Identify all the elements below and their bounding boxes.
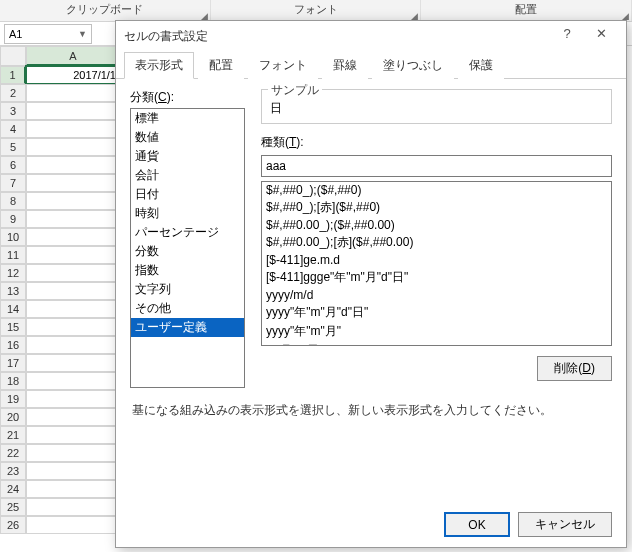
tab-1[interactable]: 配置 <box>198 52 244 79</box>
grid-row: 13 <box>0 282 120 300</box>
type-item[interactable]: [$-411]ge.m.d <box>262 252 611 268</box>
cell[interactable] <box>26 390 120 408</box>
category-item[interactable]: 日付 <box>131 185 244 204</box>
tab-4[interactable]: 塗りつぶし <box>372 52 454 79</box>
category-item[interactable]: 文字列 <box>131 280 244 299</box>
cancel-button[interactable]: キャンセル <box>518 512 612 537</box>
type-item[interactable]: $#,##0_);($#,##0) <box>262 182 611 198</box>
type-listbox[interactable]: $#,##0_);($#,##0)$#,##0_);[赤]($#,##0)$#,… <box>261 181 612 346</box>
grid-row: 17 <box>0 354 120 372</box>
type-item[interactable]: $#,##0.00_);($#,##0.00) <box>262 217 611 233</box>
ok-button[interactable]: OK <box>444 512 510 537</box>
row-header[interactable]: 10 <box>0 228 26 246</box>
chevron-down-icon[interactable]: ▼ <box>78 29 87 39</box>
category-item[interactable]: 時刻 <box>131 204 244 223</box>
row-header[interactable]: 5 <box>0 138 26 156</box>
row-header[interactable]: 6 <box>0 156 26 174</box>
row-header[interactable]: 15 <box>0 318 26 336</box>
row-header[interactable]: 25 <box>0 498 26 516</box>
cell[interactable] <box>26 102 120 120</box>
cell[interactable]: 2017/1/1 <box>26 66 120 84</box>
type-item[interactable]: [$-411]ggge"年"m"月"d"日" <box>262 268 611 287</box>
row-header[interactable]: 2 <box>0 84 26 102</box>
type-item[interactable]: m"月"d"日" <box>262 341 611 346</box>
row-header[interactable]: 7 <box>0 174 26 192</box>
cell[interactable] <box>26 480 120 498</box>
row-header[interactable]: 18 <box>0 372 26 390</box>
close-button[interactable]: ✕ <box>584 24 618 48</box>
category-item[interactable]: 通貨 <box>131 147 244 166</box>
tab-5[interactable]: 保護 <box>458 52 504 79</box>
name-box[interactable]: A1 ▼ <box>4 24 92 44</box>
cell[interactable] <box>26 210 120 228</box>
cell[interactable] <box>26 336 120 354</box>
category-item[interactable]: 指数 <box>131 261 244 280</box>
type-item[interactable]: yyyy"年"m"月" <box>262 322 611 341</box>
row-header[interactable]: 8 <box>0 192 26 210</box>
cell[interactable] <box>26 462 120 480</box>
row-header[interactable]: 21 <box>0 426 26 444</box>
delete-button[interactable]: 削除(D) <box>537 356 612 381</box>
column-header-row: A <box>0 46 120 66</box>
type-input[interactable] <box>261 155 612 177</box>
cell[interactable] <box>26 84 120 102</box>
cell[interactable] <box>26 372 120 390</box>
grid-row: 22 <box>0 444 120 462</box>
type-item[interactable]: $#,##0.00_);[赤]($#,##0.00) <box>262 233 611 252</box>
type-item[interactable]: yyyy/m/d <box>262 287 611 303</box>
row-header[interactable]: 12 <box>0 264 26 282</box>
category-item[interactable]: その他 <box>131 299 244 318</box>
select-all-corner[interactable] <box>0 46 26 66</box>
cell[interactable] <box>26 354 120 372</box>
type-item[interactable]: yyyy"年"m"月"d"日" <box>262 303 611 322</box>
cell[interactable] <box>26 300 120 318</box>
row-header[interactable]: 24 <box>0 480 26 498</box>
row-header[interactable]: 9 <box>0 210 26 228</box>
row-header[interactable]: 13 <box>0 282 26 300</box>
category-item[interactable]: ユーザー定義 <box>131 318 244 337</box>
category-item[interactable]: 会計 <box>131 166 244 185</box>
cell[interactable] <box>26 192 120 210</box>
row-header[interactable]: 23 <box>0 462 26 480</box>
row-header[interactable]: 17 <box>0 354 26 372</box>
row-header[interactable]: 22 <box>0 444 26 462</box>
cell[interactable] <box>26 516 120 534</box>
cell[interactable] <box>26 156 120 174</box>
cell[interactable] <box>26 408 120 426</box>
cell[interactable] <box>26 426 120 444</box>
row-header[interactable]: 26 <box>0 516 26 534</box>
row-header[interactable]: 4 <box>0 120 26 138</box>
category-item[interactable]: 分数 <box>131 242 244 261</box>
cell[interactable] <box>26 282 120 300</box>
row-header[interactable]: 16 <box>0 336 26 354</box>
ribbon-group-label: クリップボード <box>66 3 143 15</box>
category-listbox[interactable]: 標準数値通貨会計日付時刻パーセンテージ分数指数文字列その他ユーザー定義 <box>130 108 245 388</box>
row-header[interactable]: 3 <box>0 102 26 120</box>
column-header-a[interactable]: A <box>26 46 120 66</box>
row-header[interactable]: 14 <box>0 300 26 318</box>
cell[interactable] <box>26 444 120 462</box>
tab-3[interactable]: 罫線 <box>322 52 368 79</box>
row-header[interactable]: 11 <box>0 246 26 264</box>
cell[interactable] <box>26 318 120 336</box>
grid-row: 21 <box>0 426 120 444</box>
row-header[interactable]: 20 <box>0 408 26 426</box>
category-item[interactable]: 数値 <box>131 128 244 147</box>
cell[interactable] <box>26 120 120 138</box>
tab-0[interactable]: 表示形式 <box>124 52 194 79</box>
cell[interactable] <box>26 228 120 246</box>
cell[interactable] <box>26 138 120 156</box>
cell[interactable] <box>26 246 120 264</box>
grid-row: 16 <box>0 336 120 354</box>
help-button[interactable]: ? <box>550 24 584 48</box>
category-item[interactable]: 標準 <box>131 109 244 128</box>
category-item[interactable]: パーセンテージ <box>131 223 244 242</box>
cell[interactable] <box>26 264 120 282</box>
cell[interactable] <box>26 498 120 516</box>
cell[interactable] <box>26 174 120 192</box>
row-header[interactable]: 19 <box>0 390 26 408</box>
type-item[interactable]: $#,##0_);[赤]($#,##0) <box>262 198 611 217</box>
dialog-button-row: OK キャンセル <box>444 512 612 537</box>
tab-2[interactable]: フォント <box>248 52 318 79</box>
row-header[interactable]: 1 <box>0 66 26 84</box>
